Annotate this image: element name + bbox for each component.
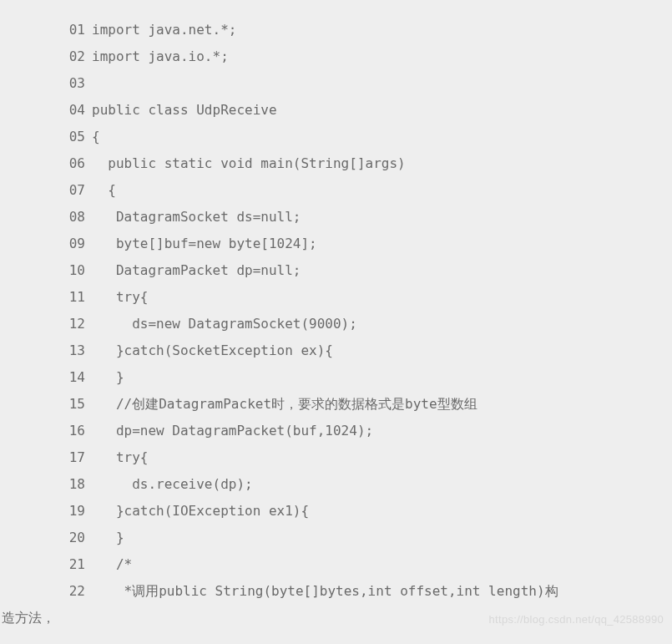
code-line: 13 }catch(SocketException ex){ <box>0 337 672 364</box>
code-line: 18 ds.receive(dp); <box>0 471 672 498</box>
watermark-text: https://blog.csdn.net/qq_42588990 <box>489 613 664 626</box>
line-content: public class UdpReceive <box>92 97 672 124</box>
line-content: *调用public String(byte[]bytes,int offset,… <box>92 578 672 605</box>
line-number: 13 <box>0 337 92 364</box>
line-content: { <box>92 177 672 204</box>
line-number: 04 <box>0 97 92 124</box>
line-content: public static void main(String[]args) <box>92 150 672 177</box>
code-line: 11 try{ <box>0 284 672 311</box>
line-number: 02 <box>0 43 92 70</box>
code-line: 22 *调用public String(byte[]bytes,int offs… <box>0 578 672 605</box>
line-content: } <box>92 525 672 551</box>
code-line: 06 public static void main(String[]args) <box>0 150 672 177</box>
code-line: 10 DatagramPacket dp=null; <box>0 257 672 284</box>
code-line: 04public class UdpReceive <box>0 97 672 124</box>
line-content <box>92 70 672 97</box>
line-number: 22 <box>0 578 92 605</box>
line-content: //创建DatagramPacket时，要求的数据格式是byte型数组 <box>92 391 672 418</box>
line-number: 01 <box>0 17 92 43</box>
line-content: }catch(SocketException ex){ <box>92 337 672 364</box>
line-number: 12 <box>0 311 92 337</box>
line-number: 15 <box>0 391 92 418</box>
line-content: ds=new DatagramSocket(9000); <box>92 311 672 337</box>
code-line: 07 { <box>0 177 672 204</box>
code-line: 01import java.net.*; <box>0 17 672 43</box>
line-content: { <box>92 124 672 150</box>
code-line: 08 DatagramSocket ds=null; <box>0 204 672 231</box>
line-content: } <box>92 364 672 391</box>
code-line: 20 } <box>0 525 672 551</box>
line-content: DatagramPacket dp=null; <box>92 257 672 284</box>
line-number: 08 <box>0 204 92 231</box>
line-content: import java.net.*; <box>92 17 672 43</box>
code-line: 19 }catch(IOException ex1){ <box>0 498 672 525</box>
code-line: 03 <box>0 70 672 97</box>
code-line: 05{ <box>0 124 672 150</box>
line-content: byte[]buf=new byte[1024]; <box>92 231 672 257</box>
code-line: 15 //创建DatagramPacket时，要求的数据格式是byte型数组 <box>0 391 672 418</box>
code-line: 16 dp=new DatagramPacket(buf,1024); <box>0 418 672 444</box>
code-line: 17 try{ <box>0 444 672 471</box>
line-number: 10 <box>0 257 92 284</box>
line-number: 21 <box>0 551 92 578</box>
code-block: 01import java.net.*;02import java.io.*;0… <box>0 0 672 631</box>
line-content: }catch(IOException ex1){ <box>92 498 672 525</box>
line-content: try{ <box>92 444 672 471</box>
code-line: 12 ds=new DatagramSocket(9000); <box>0 311 672 337</box>
line-number: 16 <box>0 418 92 444</box>
code-line: 21 /* <box>0 551 672 578</box>
line-number: 20 <box>0 525 92 551</box>
line-content: /* <box>92 551 672 578</box>
line-number: 07 <box>0 177 92 204</box>
line-number: 03 <box>0 70 92 97</box>
line-content: try{ <box>92 284 672 311</box>
line-content: DatagramSocket ds=null; <box>92 204 672 231</box>
line-content: dp=new DatagramPacket(buf,1024); <box>92 418 672 444</box>
code-line: 14 } <box>0 364 672 391</box>
line-number: 05 <box>0 124 92 150</box>
line-number: 11 <box>0 284 92 311</box>
line-number: 18 <box>0 471 92 498</box>
line-content: import java.io.*; <box>92 43 672 70</box>
code-line: 09 byte[]buf=new byte[1024]; <box>0 231 672 257</box>
line-number: 06 <box>0 150 92 177</box>
line-number: 14 <box>0 364 92 391</box>
code-line: 02import java.io.*; <box>0 43 672 70</box>
line-number: 17 <box>0 444 92 471</box>
line-number: 09 <box>0 231 92 257</box>
line-number: 19 <box>0 498 92 525</box>
line-content: ds.receive(dp); <box>92 471 672 498</box>
